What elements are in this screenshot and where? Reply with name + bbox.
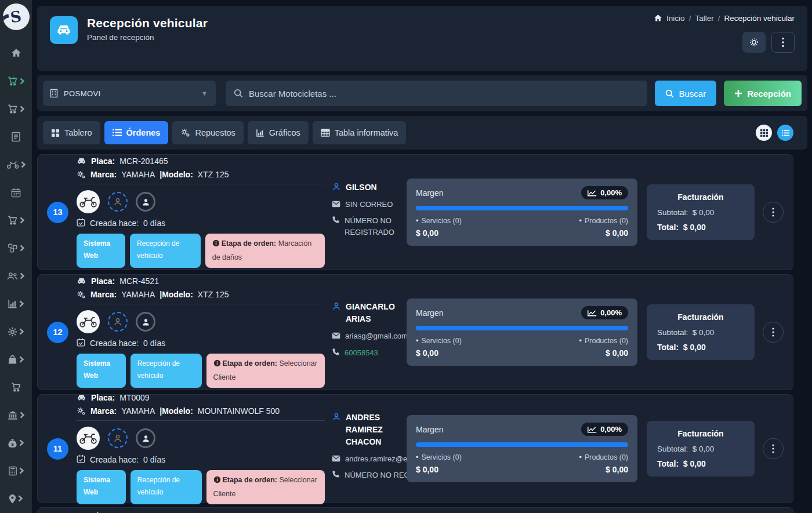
assign-user-avatar[interactable] xyxy=(108,428,128,448)
gears-icon xyxy=(77,290,86,299)
customer-name: ANDRES RAMIREZ CHACON xyxy=(346,412,398,448)
calculator-icon xyxy=(8,466,17,476)
plus-icon xyxy=(734,89,742,97)
sidebar-item-cash[interactable]: $ xyxy=(0,429,32,457)
sidebar-item-reports[interactable] xyxy=(0,290,32,318)
search-input[interactable] xyxy=(249,89,639,99)
motorcycle-icon xyxy=(79,432,97,445)
more-options-button[interactable] xyxy=(771,32,795,53)
tab-tablero[interactable]: Tablero xyxy=(43,121,100,144)
sidebar-item-calendar[interactable] xyxy=(0,179,32,206)
order-card: 12 Placa:MCR-4521 Marca:YAMAHA|Modelo:XT… xyxy=(37,274,793,390)
chevron-right-icon xyxy=(17,495,23,502)
sidebar-item-purchases[interactable] xyxy=(0,95,32,123)
tab-tabla-informativa[interactable]: Tabla informativa xyxy=(313,121,407,144)
sidebar-item-documents[interactable] xyxy=(0,123,32,151)
sidebar-item-pos[interactable] xyxy=(0,373,32,401)
sidebar: S xyxy=(0,0,32,513)
billing-title: Facturación xyxy=(657,192,744,202)
company-selector[interactable]: POSMOVI ▼ xyxy=(43,81,216,106)
search-button[interactable]: Buscar xyxy=(655,81,716,106)
tab-ordenes[interactable]: Órdenes xyxy=(104,121,169,144)
bank-icon xyxy=(8,410,18,420)
chevron-right-icon xyxy=(19,356,24,363)
motorcycle-avatar[interactable] xyxy=(77,310,100,333)
user-avatar[interactable] xyxy=(136,312,155,332)
subtotal-value: $ 0,00 xyxy=(693,208,715,217)
customer-info: GILSON SIN CORREO NÚMERO NO REGISTRADO xyxy=(332,181,407,243)
order-stage-badge: Etapa de orden: Seleccionar Cliente xyxy=(206,354,325,388)
orders-list: 13 Placa:MCR-201465 Marca:YAMAHA|Modelo:… xyxy=(37,154,793,513)
kebab-menu-icon xyxy=(772,208,774,217)
sidebar-item-settings[interactable] xyxy=(0,318,32,345)
settings-button[interactable] xyxy=(742,32,766,53)
chevron-right-icon xyxy=(19,78,25,85)
sidebar-item-products[interactable] xyxy=(0,345,32,373)
breadcrumb: Inicio / Taller / Recepción vehicular xyxy=(654,14,795,23)
sidebar-item-sales[interactable] xyxy=(0,67,32,95)
car-icon xyxy=(56,22,72,38)
assign-user-avatar[interactable] xyxy=(108,192,128,212)
source-badge: Sistema Web xyxy=(77,354,126,388)
car-icon xyxy=(77,277,86,285)
cart-icon xyxy=(8,104,18,114)
gear-icon xyxy=(749,38,759,47)
phone-icon xyxy=(332,216,340,226)
motorcycle-avatar[interactable] xyxy=(77,427,100,450)
calendar-icon xyxy=(11,188,21,198)
grid-view-toggle[interactable] xyxy=(756,125,772,141)
phone-icon xyxy=(332,348,340,358)
user-avatar[interactable] xyxy=(136,192,155,212)
company-selector-value: POSMOVI xyxy=(64,89,100,98)
placa-value: MT0009 xyxy=(119,393,149,402)
tab-repuestos[interactable]: Repuestos xyxy=(172,121,243,144)
page-title: Recepción vehicular xyxy=(87,16,208,30)
divider xyxy=(77,184,325,184)
sidebar-item-locations[interactable] xyxy=(0,485,32,512)
sidebar-item-clients[interactable] xyxy=(0,262,32,290)
chevron-right-icon xyxy=(19,217,25,224)
motorcycle-avatar[interactable] xyxy=(77,190,100,213)
breadcrumb-current: Recepción vehicular xyxy=(724,14,795,23)
margin-progress-bar xyxy=(416,206,628,210)
customer-phone[interactable]: 60058543 xyxy=(345,347,378,359)
order-menu-button[interactable] xyxy=(763,202,784,223)
motorcycle-icon xyxy=(6,160,19,169)
chevron-right-icon xyxy=(19,272,25,279)
user-avatar[interactable] xyxy=(136,428,155,448)
margin-panel: Margen 0,00% •Servicios (0) •Productos (… xyxy=(407,299,637,366)
breadcrumb-taller[interactable]: Taller xyxy=(695,14,713,23)
chevron-right-icon xyxy=(19,439,24,446)
productos-amount: $ 0,00 xyxy=(606,228,628,238)
productos-amount: $ 0,00 xyxy=(606,348,628,358)
person-icon xyxy=(113,317,122,326)
person-icon xyxy=(142,198,150,206)
add-reception-button[interactable]: Recepción xyxy=(724,81,802,106)
grid-icon xyxy=(51,129,60,137)
placa-value: MCR-4521 xyxy=(119,276,159,286)
search-icon xyxy=(234,89,243,98)
grid-view-icon xyxy=(760,129,768,137)
person-icon xyxy=(332,301,341,313)
sidebar-item-inventory[interactable] xyxy=(0,234,32,262)
calendar-icon xyxy=(77,218,85,228)
search-box[interactable] xyxy=(226,81,647,106)
gears-icon xyxy=(77,407,86,416)
list-icon xyxy=(113,129,122,137)
sidebar-item-bank[interactable] xyxy=(0,401,32,429)
productos-amount: $ 0,00 xyxy=(606,465,628,474)
list-view-toggle[interactable] xyxy=(777,125,793,141)
assign-user-avatar[interactable] xyxy=(108,312,128,332)
order-menu-button[interactable] xyxy=(763,322,784,343)
chevron-right-icon xyxy=(20,161,26,168)
sidebar-item-workshop[interactable] xyxy=(0,151,32,179)
tabs-bar: Tablero Órdenes Repuestos Gráficos Tabla… xyxy=(37,116,807,150)
order-menu-button[interactable] xyxy=(763,438,784,459)
tab-graficos[interactable]: Gráficos xyxy=(248,121,309,144)
app-logo[interactable]: S xyxy=(3,3,30,30)
customer-name: GIANCARLO ARIAS xyxy=(346,301,398,325)
breadcrumb-home[interactable]: Inicio xyxy=(666,14,685,23)
sidebar-item-accounting[interactable] xyxy=(0,457,32,485)
sidebar-item-home[interactable] xyxy=(0,39,32,67)
sidebar-item-orders[interactable] xyxy=(0,206,32,234)
